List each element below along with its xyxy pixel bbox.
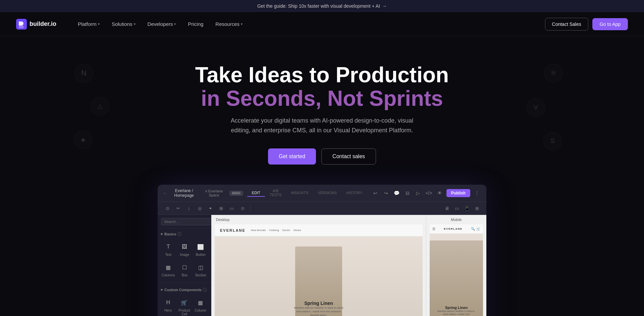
tab-edit[interactable]: EDIT [247,189,265,197]
copy-button[interactable]: ⊟ [404,189,412,197]
box-component[interactable]: ☐ Box [177,260,192,280]
back-arrow-icon: ← [163,191,167,195]
column-icon: ▦ [196,298,205,307]
mobile-everlane-nav: ☰ EVERLANE 🔍 🛒 [430,224,483,234]
section-component[interactable]: ◫ Section [193,260,208,280]
preview-button[interactable]: ▷ [414,189,422,197]
tab-insights[interactable]: INSIGHTS [286,189,313,197]
nav-resources[interactable]: Resources ▾ [210,18,248,30]
table-tool[interactable]: ⊞ [217,204,225,213]
custom-components-grid: H Hero 🛒 Product Cell ▦ Column [158,294,211,316]
mobile-panel: Mobile ☰ EVERLANE 🔍 🛒 [426,215,486,316]
button-component[interactable]: ⬜ Button [193,239,208,259]
logo-link[interactable]: builder.io [16,19,56,30]
builder-top-actions: ↩ ↪ 💬 ⊟ ▷ </> 👁 Publish ⋮ [371,189,481,197]
product-cell-icon: 🛒 [179,298,189,307]
chevron-down-icon: ▾ [98,22,100,26]
tab-versions[interactable]: VERSIONS [313,189,341,197]
nextjs-icon: N [74,63,94,83]
nav-pricing[interactable]: Pricing [182,18,209,30]
space-tag: MAIN [229,191,243,196]
publish-button[interactable]: Publish [446,189,470,197]
builder-back-button[interactable]: ← [163,191,167,195]
mobile-text-overlay: Spring Linen Manifest warmer weather in … [436,306,477,316]
mobile-model-image [430,240,483,316]
device-more[interactable]: ⊞ [473,204,481,212]
contact-sales-hero-button[interactable]: Contact sales [321,148,376,165]
nav-solutions[interactable]: Solutions ▾ [106,18,141,30]
input-tool[interactable]: ▭ [227,204,236,213]
toolbar-right: 🖥 ▭ 📱 ⊞ [443,204,481,212]
edit-tool[interactable]: ✂ [174,204,182,213]
everlane-logo: EVERLANE [220,228,246,232]
nuxt-icon: △ [91,97,109,115]
quasar-icon: ◈ [74,130,92,149]
mobile-preview: ☰ EVERLANE 🔍 🛒 Spring Linen Manife [430,224,483,316]
hero-component[interactable]: H Hero [160,295,176,316]
mobile-everlane-logo: EVERLANE [444,227,463,230]
chevron-down-icon: ▾ [241,22,243,26]
get-started-button[interactable]: Get started [268,148,316,165]
banner-link[interactable]: Get the guide: Ship 10x faster with visu… [257,3,387,9]
image-icon: 🖼 [180,242,189,252]
navigation: builder.io Platform ▾ Solutions ▾ Develo… [0,12,644,36]
custom-info-icon[interactable]: i [203,288,207,292]
builder-body: ⇩ Import ▸ Basics i T Text [158,215,486,316]
everlane-hero-image: Spring Linen Manifest warmer weather in … [215,236,423,316]
banner-text: Get the guide: Ship 10x faster with visu… [257,3,380,9]
column-component[interactable]: ▦ Column [193,295,208,316]
product-cell-component[interactable]: 🛒 Product Cell [176,295,192,316]
text-component[interactable]: T Text [160,239,176,259]
undo-button[interactable]: ↩ [371,189,379,197]
image-component[interactable]: 🖼 Image [177,239,192,259]
builder-logo-icon [16,19,27,30]
cart-icon: 🛒 [476,227,480,231]
code-view-button[interactable]: </> [425,189,433,197]
eye-button[interactable]: 👁 [436,189,444,197]
hero-subtext: Accelerate your digital teams with AI-po… [228,116,416,135]
builder-editor-ui: ← Everlane / Homepage ≡ Everlane Space M… [158,185,486,316]
cursor-tool[interactable]: ⊙ [163,204,172,213]
mobile-hero-subtitle: Manifest warmer weather in back-in-stock… [436,310,477,316]
shape-tool[interactable]: ◎ [195,204,204,213]
go-to-app-button[interactable]: Go to App [592,18,628,30]
everlane-text-overlay: Spring Linen Manifest warmer weather in … [292,301,345,316]
tab-history[interactable]: HISTORY [341,189,367,197]
redo-button[interactable]: ↪ [382,189,390,197]
basics-section-title: ▸ Basics i [158,228,211,238]
hero-section: N △ ◈ ⚛ V S Take Ideas to Production in … [0,36,644,316]
section-toggle-icon: ▸ [161,287,163,292]
desktop-label: Desktop [216,218,229,222]
desktop-preview: EVERLANE New Arrivals Clothing Denim Sho… [215,224,423,316]
comments-button[interactable]: 💬 [393,189,401,197]
nav-actions: Contact Sales Go to App [545,18,628,31]
device-mobile[interactable]: 📱 [463,204,471,212]
basics-info-icon[interactable]: i [177,232,181,236]
builder-tabs: EDIT A/B TESTS INSIGHTS VERSIONS HISTORY [247,187,367,199]
more-options-button[interactable]: ⋮ [473,189,481,197]
top-banner: Get the guide: Ship 10x faster with visu… [0,0,644,12]
hero-buttons: Get started Contact sales [7,148,637,165]
box-icon: ☐ [180,263,189,272]
pen-tool[interactable]: ↕ [184,204,193,213]
search-icon: 🔍 [471,227,475,231]
custom-section-title: ▸ Custom Components i [158,284,211,294]
panel-separator [158,282,211,283]
text-icon: T [164,242,173,252]
nav-platform[interactable]: Platform ▾ [72,18,105,30]
everlane-hero-subtitle: Manifest warmer weather in back-in-stock… [292,306,345,316]
star-tool[interactable]: ✦ [206,204,215,213]
component-search-input[interactable] [161,218,211,225]
nav-developers[interactable]: Developers ▾ [142,18,181,30]
tab-ab-tests[interactable]: A/B TESTS [265,187,286,199]
nav-links: Platform ▾ Solutions ▾ Developers ▾ Pric… [72,18,545,30]
desktop-canvas: Desktop EVERLANE New Arrivals Clothing D… [211,215,426,316]
columns-component[interactable]: ▦ Columns [160,260,176,280]
device-tablet[interactable]: ▭ [453,204,461,212]
link-tool[interactable]: ⊙ [238,204,247,213]
contact-sales-button[interactable]: Contact Sales [545,18,588,31]
device-desktop[interactable]: 🖥 [443,204,451,212]
basics-components-grid: T Text 🖼 Image ⬜ Button ▦ [158,238,211,281]
panel-search-area: ⇩ Import [158,215,211,228]
chevron-down-icon: ▾ [134,22,136,26]
